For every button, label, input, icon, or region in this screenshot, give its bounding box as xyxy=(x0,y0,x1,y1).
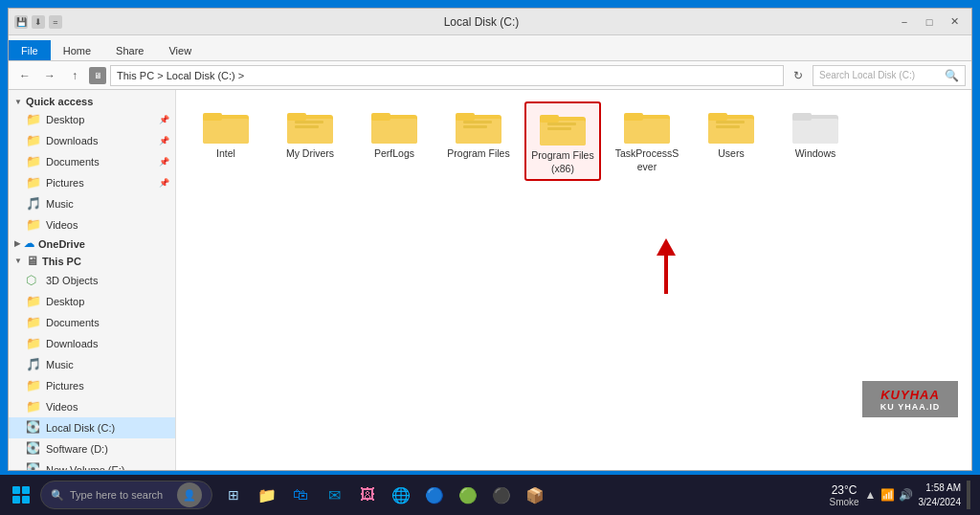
folder-program-files-x86[interactable]: Program Files (x86) xyxy=(524,101,601,181)
sidebar-item-software-d[interactable]: 💽 Software (D:) xyxy=(9,438,175,459)
start-button[interactable] xyxy=(4,478,38,512)
network-tray-icon[interactable]: ▲ xyxy=(865,488,877,502)
sidebar-item-pictures[interactable]: 📁 Pictures 📌 xyxy=(9,172,175,193)
folder-windows[interactable]: Windows xyxy=(777,101,854,181)
datetime[interactable]: 1:58 AM 3/24/2024 xyxy=(919,481,962,509)
folder-icon-svg xyxy=(201,105,251,147)
sidebar-item-downloads2[interactable]: 📁 Downloads xyxy=(9,333,175,354)
window-icon: 💾 xyxy=(14,15,28,29)
svg-rect-9 xyxy=(371,119,417,144)
sidebar-item-desktop[interactable]: 📁 Desktop 📌 xyxy=(9,109,175,130)
folder-my-drivers[interactable]: My Drivers xyxy=(272,101,348,181)
sidebar-onedrive[interactable]: ▶ ☁ OneDrive xyxy=(9,235,175,252)
close-button[interactable]: ✕ xyxy=(943,11,966,33)
main-layout: ▼ Quick access 📁 Desktop 📌 📁 Downloads 📌… xyxy=(9,90,971,470)
watermark-bottom: KU YHAA.ID xyxy=(880,402,940,412)
folder-intel[interactable]: Intel xyxy=(188,101,264,181)
sidebar: ▼ Quick access 📁 Desktop 📌 📁 Downloads 📌… xyxy=(9,90,176,470)
back-button[interactable]: ← xyxy=(14,65,35,86)
svg-rect-15 xyxy=(463,125,487,128)
sidebar-item-documents2[interactable]: 📁 Documents xyxy=(9,312,175,333)
sidebar-quick-access[interactable]: ▼ Quick access xyxy=(9,94,175,109)
svg-rect-10 xyxy=(371,113,390,121)
show-desktop[interactable] xyxy=(967,481,970,509)
folder-icon: 📁 xyxy=(26,217,41,233)
expand-arrow: ▼ xyxy=(14,98,22,106)
chrome3-browser[interactable]: ⚫ xyxy=(486,478,517,512)
weather-info[interactable]: 23°C Smoke xyxy=(829,483,858,507)
tab-share[interactable]: Share xyxy=(103,40,156,60)
sidebar-item-pictures2[interactable]: 📁 Pictures xyxy=(9,375,175,396)
up-button[interactable]: ↑ xyxy=(64,65,85,86)
expand-arrow: ▶ xyxy=(14,239,20,248)
pin-icon: 📌 xyxy=(159,178,169,188)
app-icon6[interactable]: 📦 xyxy=(520,478,550,512)
sidebar-item-3dobjects[interactable]: ⬡ 3D Objects xyxy=(9,270,175,291)
tab-view[interactable]: View xyxy=(156,40,204,60)
folder-icon: 📁 xyxy=(26,112,41,127)
folder-label: My Drivers xyxy=(286,147,334,161)
folder-icon-svg xyxy=(538,107,588,149)
sidebar-item-videos[interactable]: 📁 Videos xyxy=(9,214,175,235)
minimize-button[interactable]: − xyxy=(893,11,916,33)
folder-label: TaskProcessSever xyxy=(612,147,681,173)
svg-rect-30 xyxy=(792,119,838,144)
sidebar-item-music2[interactable]: 🎵 Music xyxy=(9,354,175,375)
svg-rect-6 xyxy=(295,121,323,123)
file-area: Intel My Drivers xyxy=(176,90,971,470)
svg-rect-5 xyxy=(287,113,306,121)
sidebar-item-documents[interactable]: 📁 Documents 📌 xyxy=(9,151,175,172)
explorer-taskbar[interactable]: 📁 xyxy=(252,478,282,512)
folder-label: Intel xyxy=(216,147,235,161)
folder-taskprocesssever[interactable]: TaskProcessSever xyxy=(609,101,685,181)
sidebar-item-downloads[interactable]: 📁 Downloads 📌 xyxy=(9,130,175,151)
folder-icon-svg xyxy=(369,105,419,147)
volume-icon[interactable]: 🔊 xyxy=(899,488,913,502)
folder-program-files[interactable]: Program Files xyxy=(440,101,517,181)
tab-home[interactable]: Home xyxy=(51,40,103,60)
quick-access-icon[interactable]: ⬇ xyxy=(32,15,45,29)
taskbar-search[interactable]: 🔍 Type here to search 👤 xyxy=(40,481,212,509)
pc-icon: 🖥 xyxy=(26,254,38,268)
arrow-shaft xyxy=(664,256,668,294)
photos-app[interactable]: 🖼 xyxy=(352,478,383,512)
folder-icon: 📁 xyxy=(26,175,41,190)
sidebar-item-localdisk-c[interactable]: 💽 Local Disk (C:) xyxy=(9,417,175,438)
chrome-browser[interactable]: 🔵 xyxy=(419,478,450,512)
mail-app[interactable]: ✉ xyxy=(319,478,349,512)
folder-label: PerfLogs xyxy=(374,147,414,161)
folder-users[interactable]: Users xyxy=(693,101,769,181)
search-box[interactable]: Search Local Disk (C:) 🔍 xyxy=(813,65,966,86)
address-path[interactable]: This PC > Local Disk (C:) > xyxy=(110,65,784,86)
chrome2-browser[interactable]: 🟢 xyxy=(453,478,483,512)
folder-icon: 📁 xyxy=(26,336,41,351)
svg-rect-20 xyxy=(547,127,571,130)
ribbon-tabs: File Home Share View xyxy=(9,35,971,60)
svg-rect-28 xyxy=(716,125,740,128)
refresh-button[interactable]: ↻ xyxy=(788,65,809,86)
edge-browser[interactable]: 🌐 xyxy=(386,478,416,512)
folder-icon-svg xyxy=(791,105,840,147)
store-app[interactable]: 🛍 xyxy=(285,478,316,512)
sidebar-this-pc[interactable]: ▼ 🖥 This PC xyxy=(9,252,175,270)
drive-icon: 💽 xyxy=(26,462,41,470)
condition: Smoke xyxy=(829,497,858,507)
pin-icon: 📌 xyxy=(159,115,169,124)
taskview-button[interactable]: ⊞ xyxy=(218,478,249,512)
sidebar-item-newvolume-e[interactable]: 💽 New Volume (E:) xyxy=(9,459,175,470)
wifi-icon[interactable]: 📶 xyxy=(880,488,895,502)
annotation-arrow xyxy=(657,238,676,294)
forward-button[interactable]: → xyxy=(39,65,60,86)
search-avatar: 👤 xyxy=(177,482,202,507)
sidebar-item-music[interactable]: 🎵 Music xyxy=(9,193,175,214)
date: 3/24/2024 xyxy=(919,495,962,509)
folder-perflogs[interactable]: PerfLogs xyxy=(356,101,433,181)
drive-icon: 💽 xyxy=(26,420,41,436)
title-pin-icon[interactable]: = xyxy=(49,15,62,29)
location-icon: 🖥 xyxy=(89,67,106,84)
sidebar-item-videos2[interactable]: 📁 Videos xyxy=(9,396,175,417)
tab-file[interactable]: File xyxy=(9,40,51,60)
sidebar-item-desktop2[interactable]: 📁 Desktop xyxy=(9,291,175,312)
folder-icon-svg xyxy=(285,105,335,147)
maximize-button[interactable]: □ xyxy=(918,11,941,33)
